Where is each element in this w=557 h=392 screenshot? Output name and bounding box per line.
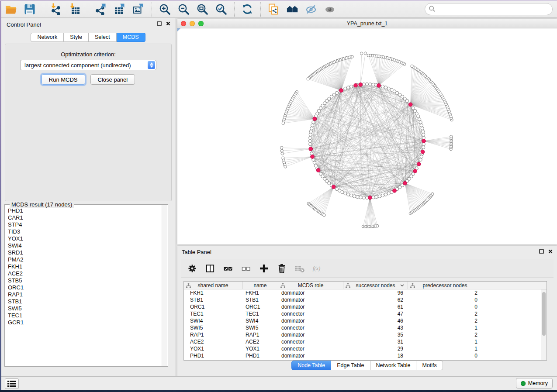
network-node[interactable] (360, 52, 363, 55)
network-node[interactable] (378, 195, 381, 198)
network-node[interactable] (369, 83, 372, 86)
network-hub-node[interactable] (311, 155, 315, 158)
import-network-button[interactable] (48, 2, 63, 17)
import-table-button[interactable] (67, 2, 82, 17)
network-node[interactable] (381, 194, 384, 197)
mcds-result-item[interactable]: RAP1 (6, 291, 161, 298)
network-node[interactable] (346, 193, 349, 196)
network-graph[interactable] (177, 28, 557, 244)
network-hub-node[interactable] (408, 103, 412, 107)
select-all-columns-button[interactable] (223, 263, 233, 274)
network-node[interactable] (419, 158, 422, 161)
network-hub-node[interactable] (417, 162, 421, 166)
network-node[interactable] (421, 127, 424, 130)
network-node[interactable] (422, 146, 425, 149)
table-options-button[interactable] (187, 263, 197, 274)
network-node[interactable] (376, 224, 379, 227)
network-node[interactable] (282, 122, 284, 124)
network-node[interactable] (364, 52, 367, 55)
network-hub-node[interactable] (422, 139, 426, 143)
network-node[interactable] (344, 87, 347, 90)
network-node[interactable] (280, 149, 283, 152)
table-row[interactable]: PHD1PHD1dominator180 (184, 352, 547, 359)
close-panel-button[interactable]: Close panel (90, 74, 135, 85)
network-node[interactable] (309, 143, 312, 146)
tab-node-table[interactable]: Node Table (291, 361, 331, 370)
table-row[interactable]: SWI5SWI5connector431 (184, 324, 547, 331)
network-hub-node[interactable] (332, 185, 336, 189)
refresh-view-button[interactable] (240, 2, 255, 17)
network-node[interactable] (309, 136, 312, 139)
network-node[interactable] (422, 130, 425, 133)
mcds-result-item[interactable]: SRD1 (6, 249, 161, 256)
network-node[interactable] (359, 196, 362, 199)
network-node[interactable] (411, 65, 413, 67)
table-row[interactable]: STB1STB1dominator620 (184, 296, 547, 303)
mcds-result-item[interactable]: TID3 (6, 228, 161, 235)
tab-select[interactable]: Select (89, 33, 117, 42)
run-mcds-button[interactable]: Run MCDS (42, 74, 85, 85)
mcds-result-item[interactable]: CAR1 (6, 214, 161, 221)
network-node[interactable] (346, 86, 349, 89)
export-image-button[interactable] (131, 2, 146, 17)
network-node[interactable] (372, 83, 375, 86)
column-header-name[interactable]: name (242, 282, 278, 289)
network-node[interactable] (311, 124, 314, 127)
unselect-all-columns-button[interactable] (241, 263, 251, 274)
network-node[interactable] (284, 165, 287, 168)
network-node[interactable] (384, 86, 387, 89)
mcds-result-item[interactable]: ACE2 (6, 270, 161, 277)
network-node[interactable] (420, 124, 423, 127)
tab-network-table[interactable]: Network Table (370, 361, 417, 370)
memory-button[interactable]: Memory (516, 378, 553, 389)
network-node[interactable] (367, 54, 370, 57)
network-hub-node[interactable] (354, 83, 358, 87)
network-hub-node[interactable] (339, 89, 343, 93)
mcds-result-scrollbar[interactable] (162, 205, 167, 366)
task-history-button[interactable] (5, 378, 19, 389)
tab-style[interactable]: Style (64, 33, 89, 42)
export-network-button[interactable] (93, 2, 108, 17)
network-hub-node[interactable] (393, 189, 397, 193)
network-node[interactable] (353, 195, 356, 198)
mcds-result-item[interactable]: TEC1 (6, 312, 161, 319)
network-node[interactable] (341, 191, 344, 194)
tab-mcds[interactable]: MCDS (117, 33, 145, 42)
tab-network[interactable]: Network (31, 33, 64, 42)
network-node[interactable] (308, 139, 311, 142)
network-hub-node[interactable] (413, 169, 417, 173)
save-session-button[interactable] (22, 2, 37, 17)
network-hub-node[interactable] (368, 196, 372, 199)
network-node[interactable] (313, 161, 316, 164)
network-node[interactable] (344, 192, 347, 195)
create-column-button[interactable] (259, 263, 269, 274)
network-node[interactable] (422, 133, 425, 136)
network-node[interactable] (419, 120, 422, 124)
table-row[interactable]: ACE2ACE2connector311 (184, 338, 547, 345)
mcds-result-item[interactable]: YOX1 (6, 235, 161, 242)
table-row[interactable]: SWI4SWI4dominator462 (184, 317, 547, 324)
mcds-result-item[interactable]: ORC1 (6, 284, 161, 291)
search-input[interactable] (436, 4, 552, 14)
table-row[interactable]: ORC1ORC1dominator610 (184, 303, 547, 310)
network-node[interactable] (390, 88, 393, 91)
float-control-panel-button[interactable] (157, 21, 162, 26)
network-node[interactable] (381, 85, 384, 88)
hide-selected-button[interactable] (304, 2, 318, 17)
network-node[interactable] (387, 192, 390, 195)
network-node[interactable] (281, 152, 284, 155)
first-neighbors-button[interactable] (285, 2, 300, 17)
network-node[interactable] (362, 196, 365, 199)
table-scrollbar-thumb[interactable] (542, 292, 546, 336)
network-node[interactable] (420, 155, 423, 158)
table-row[interactable]: FKH1FKH1dominator962 (184, 289, 547, 296)
zoom-fit-button[interactable] (195, 2, 210, 17)
network-node[interactable] (312, 120, 315, 124)
mcds-result-item[interactable]: SWI5 (6, 305, 161, 312)
open-file-button[interactable] (3, 2, 18, 17)
network-node[interactable] (309, 130, 312, 133)
network-node[interactable] (431, 193, 434, 195)
zoom-out-button[interactable] (176, 2, 191, 17)
close-control-panel-button[interactable] (166, 21, 170, 26)
network-node[interactable] (384, 193, 387, 196)
